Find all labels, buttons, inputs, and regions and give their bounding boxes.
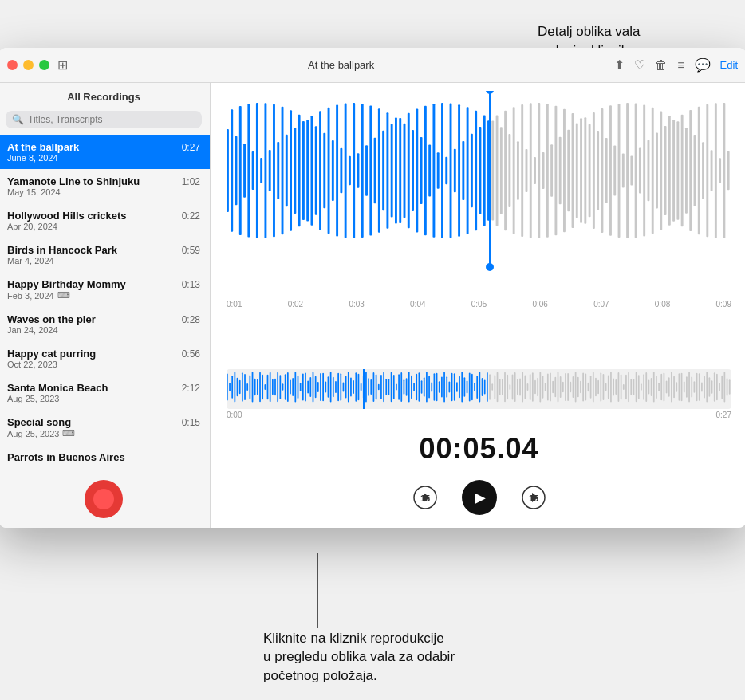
svg-rect-99: [643, 104, 645, 236]
svg-rect-151: [305, 372, 306, 401]
svg-rect-13: [282, 107, 284, 234]
svg-rect-294: [666, 380, 668, 393]
svg-rect-284: [641, 383, 642, 390]
traffic-lights: [7, 60, 49, 70]
recording-item[interactable]: Happy Birthday Mommy 0:13 Feb 3, 2024 ⌨: [0, 272, 210, 307]
recording-item[interactable]: Waves on the pier 0:28 Jan 24, 2024: [0, 307, 210, 341]
svg-rect-188: [398, 374, 400, 399]
search-input[interactable]: [28, 114, 195, 125]
svg-rect-114: [706, 104, 708, 237]
sidebar-header: All Recordings: [0, 83, 210, 108]
search-bar[interactable]: 🔍: [6, 111, 202, 128]
svg-rect-29: [349, 156, 351, 186]
svg-rect-170: [353, 380, 354, 394]
maximize-button[interactable]: [39, 60, 49, 70]
svg-rect-28: [345, 103, 347, 238]
recording-item[interactable]: Parrots in Buenos Aires: [0, 445, 210, 470]
svg-rect-120: [227, 374, 228, 401]
minimize-button[interactable]: [23, 60, 34, 70]
svg-rect-48: [428, 144, 431, 196]
transcript-icon[interactable]: 💬: [695, 57, 711, 73]
playback-controls: 15 ▶ 15: [211, 472, 745, 528]
svg-rect-167: [345, 376, 347, 398]
annotation-bottom: Kliknite na kliznik reprodukcije u pregl…: [263, 629, 503, 686]
svg-rect-147: [294, 372, 296, 402]
time-tick: 0:01: [227, 300, 242, 309]
svg-rect-165: [340, 373, 341, 400]
svg-rect-178: [373, 372, 375, 402]
svg-rect-285: [643, 374, 644, 400]
svg-rect-250: [554, 377, 556, 397]
svg-rect-72: [530, 103, 532, 238]
recording-item[interactable]: Happy cat purring 0:56 Oct 22, 2023: [0, 341, 210, 376]
svg-rect-128: [246, 383, 248, 391]
recording-item[interactable]: At the ballpark 0:27 June 8, 2024: [0, 135, 210, 169]
close-button[interactable]: [7, 60, 18, 70]
sliders-icon[interactable]: ≡: [677, 58, 684, 73]
svg-rect-49: [432, 104, 435, 238]
svg-rect-230: [504, 372, 506, 402]
skip-forward-button[interactable]: 15: [521, 485, 546, 510]
svg-rect-76: [546, 104, 549, 238]
svg-rect-86: [589, 124, 591, 218]
svg-rect-22: [319, 111, 321, 230]
svg-rect-108: [681, 115, 684, 227]
svg-rect-132: [257, 379, 258, 395]
svg-rect-25: [332, 140, 334, 201]
recording-item[interactable]: Santa Monica Beach 2:12 Aug 25, 2023: [0, 376, 210, 410]
svg-rect-181: [380, 375, 382, 399]
recording-title: Santa Monica Beach: [7, 382, 108, 394]
svg-rect-281: [633, 379, 635, 395]
svg-rect-160: [328, 376, 329, 398]
svg-rect-190: [404, 379, 405, 395]
play-button[interactable]: ▶: [462, 480, 497, 515]
edit-button[interactable]: Edit: [720, 59, 738, 71]
svg-rect-280: [630, 379, 632, 395]
waveform-canvas[interactable]: [227, 91, 731, 298]
svg-rect-183: [385, 379, 387, 395]
svg-rect-42: [404, 124, 406, 218]
waveform-svg: [227, 91, 731, 266]
svg-rect-220: [479, 372, 481, 402]
svg-rect-74: [538, 103, 540, 238]
trash-icon[interactable]: 🗑: [655, 58, 668, 73]
svg-rect-137: [270, 372, 271, 402]
skip-back-button[interactable]: 15: [412, 485, 438, 510]
recording-date: Apr 20, 2024: [7, 222, 200, 231]
recording-item[interactable]: Birds in Hancock Park 0:59 Mar 4, 2024: [0, 238, 210, 272]
svg-rect-171: [355, 372, 357, 401]
timer-display: 00:05.04: [211, 432, 745, 466]
svg-rect-249: [552, 381, 554, 393]
sidebar-toggle-icon[interactable]: ⊞: [57, 57, 68, 73]
svg-rect-45: [416, 109, 418, 233]
svg-rect-202: [434, 373, 436, 400]
svg-rect-302: [686, 376, 688, 397]
mini-waveform-track[interactable]: [227, 369, 731, 409]
playhead-line[interactable]: [489, 91, 491, 266]
svg-rect-193: [411, 376, 412, 399]
svg-rect-256: [570, 382, 571, 392]
svg-rect-283: [638, 375, 640, 399]
svg-rect-24: [328, 108, 330, 234]
recording-item[interactable]: Special song 0:15 Aug 25, 2023 ⌨: [0, 410, 210, 445]
svg-rect-234: [514, 372, 516, 402]
svg-rect-70: [521, 104, 523, 237]
svg-rect-65: [500, 127, 503, 214]
mini-time-start: 0:00: [227, 411, 242, 419]
svg-rect-41: [399, 118, 401, 223]
recording-item[interactable]: Yamanote Line to Shinjuku 1:02 May 15, 2…: [0, 169, 210, 203]
svg-rect-17: [298, 115, 301, 226]
mini-playhead[interactable]: [363, 369, 365, 409]
record-button[interactable]: [85, 480, 123, 518]
svg-rect-46: [420, 137, 423, 204]
share-icon[interactable]: ⬆: [614, 57, 625, 73]
svg-rect-227: [497, 372, 499, 403]
recording-item[interactable]: Hollywood Hills crickets 0:22 Apr 20, 20…: [0, 203, 210, 238]
mini-waveform-area[interactable]: 0:00 0:27: [227, 369, 731, 421]
svg-rect-143: [285, 374, 286, 400]
svg-rect-84: [580, 118, 582, 222]
heart-icon[interactable]: ♡: [634, 57, 645, 73]
svg-rect-201: [431, 382, 432, 391]
waveform-main[interactable]: 0:010:020:030:040:050:060:070:080:09: [211, 83, 745, 364]
svg-rect-196: [419, 372, 420, 401]
